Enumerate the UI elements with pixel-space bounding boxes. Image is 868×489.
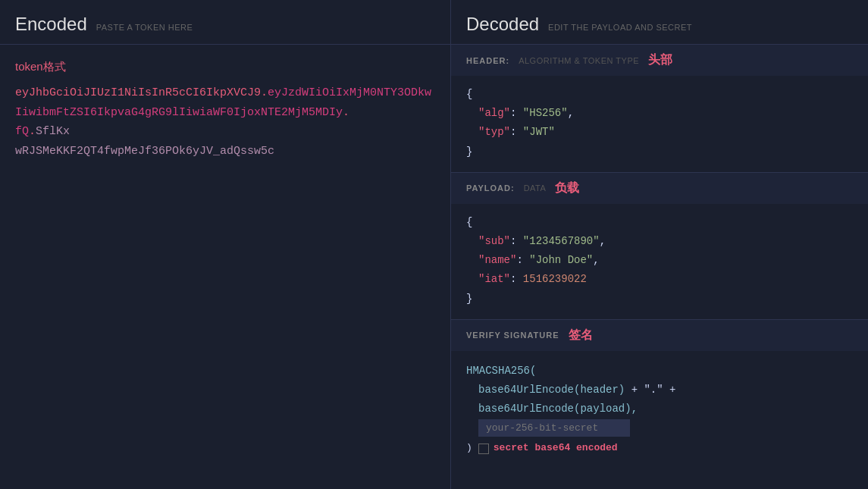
header-chinese: 头部 xyxy=(648,52,672,68)
payload-body: { "sub": "1234567890", "name": "John Doe… xyxy=(451,204,868,319)
decoded-subtitle: EDIT THE PAYLOAD AND SECRET xyxy=(548,23,692,32)
header-section: HEADER: ALGORITHM & TOKEN TYPE 头部 { "alg… xyxy=(451,45,868,173)
token-format-label: token格式 xyxy=(15,60,435,74)
encoded-title: Encoded xyxy=(15,14,87,35)
payload-json-iat: "iat": 1516239022 xyxy=(466,270,853,289)
secret-input[interactable] xyxy=(478,419,630,437)
token-part3b: wRJSMeKKF2QT4fwpMeJf36POk6yJV_adQssw5c xyxy=(15,145,274,158)
payload-section: PAYLOAD: DATA 负载 { "sub": "1234567890", … xyxy=(451,173,868,320)
encoded-subtitle: PASTE A TOKEN HERE xyxy=(96,23,193,32)
verify-base64-header: base64UrlEncode(header) xyxy=(478,384,625,396)
verify-section-header: VERIFY SIGNATURE 签名 xyxy=(451,320,868,351)
header-label: HEADER: xyxy=(466,56,509,65)
token-text: eyJhbGciOiJIUzI1NiIsInR5cCI6IkpXVCJ9.eyJ… xyxy=(15,83,435,161)
left-content[interactable]: token格式 eyJhbGciOiJIUzI1NiIsInR5cCI6IkpX… xyxy=(0,45,450,489)
verify-base64-payload: base64UrlEncode(payload), xyxy=(478,403,638,415)
verify-close-paren: ) xyxy=(466,439,472,458)
header-json-close: } xyxy=(466,143,853,161)
checkbox-box[interactable] xyxy=(478,444,489,454)
token-dot2: . xyxy=(343,106,349,119)
payload-label: PAYLOAD: xyxy=(466,183,515,193)
header-json-typ: "typ": "JWT" xyxy=(466,123,853,142)
verify-section: VERIFY SIGNATURE 签名 HMACSHA256( base64Ur… xyxy=(451,320,868,489)
main-container: Encoded PASTE A TOKEN HERE token格式 eyJhb… xyxy=(0,0,868,489)
payload-section-header: PAYLOAD: DATA 负载 xyxy=(451,173,868,204)
payload-json-name: "name": "John Doe", xyxy=(466,251,853,270)
verify-label: VERIFY SIGNATURE xyxy=(466,331,559,340)
decoded-title: Decoded xyxy=(466,14,539,35)
verify-chinese: 签名 xyxy=(569,328,593,343)
left-panel: Encoded PASTE A TOKEN HERE token格式 eyJhb… xyxy=(0,0,451,489)
verify-body: HMACSHA256( base64UrlEncode(header) + ".… xyxy=(451,351,868,469)
token-part2b: fQ xyxy=(15,125,29,138)
token-part3: SflKx xyxy=(36,125,70,138)
payload-json-sub: "sub": "1234567890", xyxy=(466,232,853,251)
token-dot2b: . xyxy=(29,125,36,138)
payload-sub: DATA xyxy=(524,183,547,193)
payload-chinese: 负载 xyxy=(555,180,579,196)
right-header: Decoded EDIT THE PAYLOAD AND SECRET xyxy=(451,0,868,45)
verify-line1: base64UrlEncode(header) + "." + xyxy=(466,381,853,400)
header-json-open: { xyxy=(466,85,853,104)
payload-json-close: } xyxy=(466,290,853,309)
secret-base64-checkbox-label[interactable]: secret base64 encoded xyxy=(478,439,618,458)
verify-secret-line[interactable] xyxy=(466,418,853,437)
verify-func-text: HMACSHA256( xyxy=(466,365,536,377)
verify-plus: + "." + xyxy=(625,384,675,396)
header-body: { "alg": "HS256", "typ": "JWT" } xyxy=(451,76,868,172)
verify-func-line: HMACSHA256( xyxy=(466,362,853,381)
token-dot1: . xyxy=(261,86,268,99)
verify-line2: base64UrlEncode(payload), xyxy=(466,400,853,418)
secret-base64-label-text: secret base64 encoded xyxy=(494,439,618,458)
header-sub: ALGORITHM & TOKEN TYPE xyxy=(519,56,639,65)
token-part1: eyJhbGciOiJIUzI1NiIsInR5cCI6IkpXVCJ9 xyxy=(15,86,261,99)
header-section-header: HEADER: ALGORITHM & TOKEN TYPE 头部 xyxy=(451,45,868,76)
right-panel: Decoded EDIT THE PAYLOAD AND SECRET HEAD… xyxy=(451,0,868,489)
verify-footer: ) secret base64 encoded xyxy=(466,439,853,458)
left-header: Encoded PASTE A TOKEN HERE xyxy=(0,0,450,45)
header-json-alg: "alg": "HS256", xyxy=(466,104,853,123)
payload-json-open: { xyxy=(466,213,853,232)
